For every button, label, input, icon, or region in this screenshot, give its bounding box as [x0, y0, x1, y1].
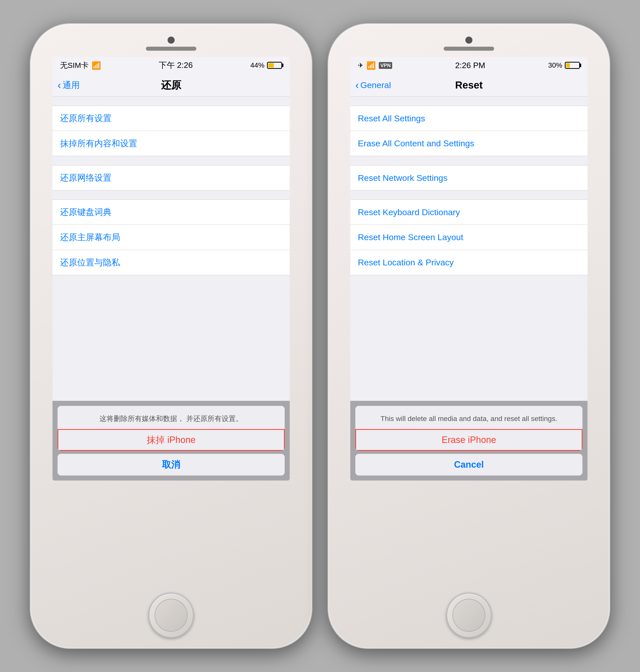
nav-back-left[interactable]: ‹ 通用	[58, 79, 80, 91]
battery-icon-left	[267, 62, 282, 69]
home-button-left[interactable]	[148, 593, 194, 638]
section-gap-1-right	[350, 96, 587, 106]
list-item-right-5[interactable]: Reset Location & Privacy	[350, 250, 587, 275]
carrier-label-left: 无SIM卡	[60, 60, 89, 71]
list-item-right-1[interactable]: Erase All Content and Settings	[350, 131, 587, 156]
battery-fill-right	[566, 63, 570, 68]
phone-right: ✈ 📶 VPN 2:26 PM 30% ‹ General R	[328, 23, 610, 649]
back-label-left[interactable]: 通用	[62, 79, 80, 91]
section-gap-3-left	[53, 191, 290, 199]
status-right-left: 44%	[250, 61, 282, 69]
dialog-card-right: This will delete all media and data, and…	[355, 406, 582, 451]
status-left-left: 无SIM卡 📶	[60, 60, 101, 71]
list-item-left-4[interactable]: 还原主屏幕布局	[53, 225, 290, 250]
dialog-card-left: 这将删除所有媒体和数据， 并还原所有设置。 抹掉 iPhone	[58, 406, 285, 451]
status-right-right: 30%	[548, 61, 580, 69]
screen-left: 无SIM卡 📶 下午 2:26 44% ‹ 通用 还原	[53, 57, 290, 480]
phone-top-left	[31, 24, 312, 51]
cancel-button-left[interactable]: 取消	[58, 454, 285, 476]
nav-title-left: 还原	[161, 78, 181, 92]
cancel-button-right[interactable]: Cancel	[355, 454, 582, 476]
section-gap-2-left	[53, 156, 290, 165]
erase-button-right[interactable]: Erase iPhone	[355, 429, 582, 451]
phone-left: 无SIM卡 📶 下午 2:26 44% ‹ 通用 还原	[30, 23, 312, 649]
section-gap-3-right	[350, 191, 587, 199]
section-gap-2-right	[350, 156, 587, 165]
status-left-right: ✈ 📶 VPN	[358, 61, 392, 70]
wifi-icon-left: 📶	[92, 61, 101, 70]
nav-bar-left: ‹ 通用 还原	[53, 74, 290, 96]
speaker-left	[146, 47, 197, 51]
list-item-left-0[interactable]: 还原所有设置	[53, 106, 290, 131]
camera-right	[465, 36, 472, 44]
dialog-message-left: 这将删除所有媒体和数据， 并还原所有设置。	[58, 406, 285, 429]
chevron-icon-left: ‹	[58, 79, 61, 91]
back-label-right[interactable]: General	[360, 80, 391, 90]
airplane-icon-right: ✈	[358, 62, 363, 69]
list-item-right-3[interactable]: Reset Keyboard Dictionary	[350, 199, 587, 225]
dialog-message-right: This will delete all media and data, and…	[355, 406, 582, 429]
chevron-icon-right: ‹	[355, 79, 359, 91]
nav-bar-right: ‹ General Reset	[350, 74, 587, 96]
list-item-right-2[interactable]: Reset Network Settings	[350, 165, 587, 191]
status-bar-right: ✈ 📶 VPN 2:26 PM 30%	[350, 57, 587, 74]
battery-percent-right: 30%	[548, 61, 562, 69]
home-inner-right	[452, 599, 485, 632]
dialog-overlay-right: This will delete all media and data, and…	[350, 401, 587, 480]
camera-left	[168, 36, 175, 44]
section-gap-1-left	[53, 96, 290, 106]
status-bar-left: 无SIM卡 📶 下午 2:26 44%	[53, 57, 290, 74]
list-item-left-1[interactable]: 抹掉所有内容和设置	[53, 131, 290, 156]
time-left: 下午 2:26	[159, 60, 193, 71]
nav-back-right[interactable]: ‹ General	[355, 79, 391, 91]
battery-percent-left: 44%	[250, 61, 264, 69]
phone-top-right	[328, 24, 609, 51]
erase-button-left[interactable]: 抹掉 iPhone	[58, 429, 285, 451]
home-button-right[interactable]	[446, 593, 492, 638]
battery-icon-right	[565, 62, 580, 69]
list-item-left-2[interactable]: 还原网络设置	[53, 165, 290, 191]
list-item-right-0[interactable]: Reset All Settings	[350, 106, 587, 131]
dialog-overlay-left: 这将删除所有媒体和数据， 并还原所有设置。 抹掉 iPhone 取消	[53, 401, 290, 480]
wifi-icon-right: 📶	[366, 61, 376, 70]
nav-title-right: Reset	[455, 79, 483, 91]
battery-fill-left	[268, 63, 274, 68]
speaker-right	[443, 47, 494, 51]
list-item-left-3[interactable]: 还原键盘词典	[53, 199, 290, 225]
home-inner-left	[155, 599, 188, 632]
time-right: 2:26 PM	[455, 61, 485, 70]
list-item-left-5[interactable]: 还原位置与隐私	[53, 250, 290, 275]
screen-right: ✈ 📶 VPN 2:26 PM 30% ‹ General R	[350, 57, 587, 480]
vpn-badge-right: VPN	[379, 62, 392, 69]
list-item-right-4[interactable]: Reset Home Screen Layout	[350, 225, 587, 250]
